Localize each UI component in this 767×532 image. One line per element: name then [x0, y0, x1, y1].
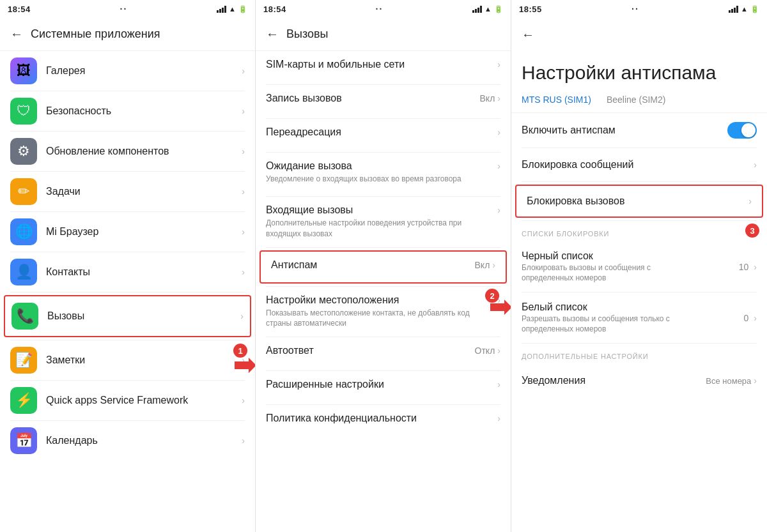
- dots-left: ··: [120, 4, 128, 14]
- blacklist-sub: Блокировать вызовы и сообщения с определ…: [522, 263, 688, 283]
- signal-icon-right: [729, 5, 738, 13]
- mid-item-sim[interactable]: SIM-карты и мобильные сети ›: [256, 51, 511, 84]
- right-item-block-calls[interactable]: Блокировка вызовов ›: [515, 185, 763, 218]
- blacklist-count: 10: [739, 262, 749, 272]
- list-item-update[interactable]: ⚙ Обновление компонентов ›: [0, 132, 255, 171]
- mid-item-redirect[interactable]: Переадресация ›: [256, 119, 511, 152]
- list-item-gallery[interactable]: 🖼 Галерея ›: [0, 51, 255, 91]
- mid-item-privacy[interactable]: Политика конфиденциальности ›: [256, 405, 511, 438]
- sim-tab-1[interactable]: MTS RUS (SIM1): [522, 95, 591, 105]
- time-left: 18:54: [8, 4, 31, 14]
- time-right: 18:55: [519, 4, 542, 14]
- right-item-whitelist[interactable]: Белый список Разрешать вызовы и сообщени…: [511, 293, 767, 343]
- chevron-calendar: ›: [242, 436, 245, 446]
- toggle-antispam-row[interactable]: Включить антиспам: [511, 113, 767, 148]
- right-item-blacklist[interactable]: Черный список Блокировать вызовы и сообщ…: [511, 241, 767, 292]
- list-item-calls[interactable]: 📞 Вызовы ›: [4, 295, 251, 337]
- step-badge-1: 1: [233, 344, 247, 358]
- sim-tab-2[interactable]: Beeline (SIM2): [607, 95, 666, 105]
- wifi-icon-right: ▲: [741, 5, 748, 13]
- block-calls-chevron: ›: [748, 196, 752, 206]
- notifications-chevron: ›: [754, 376, 757, 386]
- blacklist-label: Черный список: [522, 250, 739, 262]
- chevron-update: ›: [242, 146, 245, 156]
- mid-item-location[interactable]: Настройки местоположения › Показывать ме…: [256, 287, 511, 337]
- mid-item-incoming[interactable]: Входящие вызовы › Дополнительные настрой…: [256, 197, 511, 247]
- list-item-security[interactable]: 🛡 Безопасность ›: [0, 91, 255, 131]
- back-button-mid[interactable]: ←: [266, 27, 279, 42]
- additional-section-label: ДОПОЛНИТЕЛЬНЫЕ НАСТРОЙКИ: [511, 344, 767, 364]
- incoming-chevron: ›: [497, 205, 500, 215]
- panel-left: 18:54 ·· ▲ 🔋 ← Системные приложения 🖼 Га…: [0, 0, 256, 532]
- dots-right: ··: [631, 4, 639, 14]
- antispam-title: Антиспам: [271, 259, 317, 271]
- security-label: Безопасность: [46, 105, 242, 117]
- status-bar-mid: 18:54 ·· ▲ 🔋: [256, 0, 511, 18]
- wifi-icon-mid: ▲: [484, 5, 492, 13]
- signal-icon-left: [217, 5, 226, 13]
- quickapps-icon: ⚡: [10, 387, 37, 414]
- incoming-title: Входящие вызовы: [266, 204, 353, 216]
- mid-item-advanced[interactable]: Расширенные настройки ›: [256, 371, 511, 404]
- back-button-left[interactable]: ←: [10, 27, 23, 42]
- block-calls-label: Блокировка вызовов: [527, 195, 748, 207]
- list-item-tasks[interactable]: ✏ Задачи ›: [0, 172, 255, 211]
- record-chevron: ›: [497, 93, 500, 103]
- battery-icon-right: 🔋: [750, 5, 759, 13]
- browser-icon: 🌐: [10, 218, 37, 245]
- block-messages-chevron: ›: [754, 160, 757, 170]
- calendar-label: Календарь: [46, 435, 242, 446]
- update-icon: ⚙: [10, 138, 37, 165]
- right-item-notifications[interactable]: Уведомления Все номера ›: [511, 364, 767, 397]
- mid-item-waiting[interactable]: Ожидание вызова › Уведомление о входящих…: [256, 153, 511, 196]
- list-item-quickapps[interactable]: ⚡ Quick apps Service Framework ›: [0, 381, 255, 420]
- signal-icon-mid: [472, 5, 482, 13]
- sim-title: SIM-карты и мобильные сети: [266, 59, 405, 70]
- redirect-title: Переадресация: [266, 126, 341, 138]
- top-bar-mid: ← Вызовы: [256, 18, 511, 51]
- list-item-calendar[interactable]: 📅 Календарь ›: [0, 421, 255, 460]
- browser-label: Mi Браузер: [46, 226, 242, 238]
- back-button-right[interactable]: ←: [522, 27, 534, 42]
- list-item-notes[interactable]: 📝 Заметки ›: [0, 340, 255, 380]
- blocklist-section-label: СПИСКИ БЛОКИРОВКИ: [511, 221, 767, 241]
- list-item-contacts[interactable]: 👤 Контакты ›: [0, 252, 255, 292]
- whitelist-chevron: ›: [754, 313, 757, 323]
- toggle-antispam-control[interactable]: [727, 122, 757, 139]
- list-item-browser[interactable]: 🌐 Mi Браузер ›: [0, 212, 255, 252]
- update-label: Обновление компонентов: [46, 146, 242, 157]
- status-icons-left: ▲ 🔋: [217, 5, 247, 13]
- chevron-gallery: ›: [242, 66, 245, 76]
- privacy-title: Политика конфиденциальности: [266, 413, 417, 424]
- tasks-icon: ✏: [10, 178, 37, 205]
- status-icons-mid: ▲ 🔋: [472, 5, 503, 13]
- antispam-settings-title: Настройки антиспама: [511, 51, 767, 89]
- calls-label: Вызовы: [47, 310, 240, 322]
- chevron-browser: ›: [242, 227, 245, 237]
- mid-item-autoanswer[interactable]: Автоответ Откл ›: [256, 337, 511, 370]
- whitelist-sub: Разрешать вызовы и сообщения только с оп…: [522, 314, 688, 334]
- page-title-mid: Вызовы: [286, 27, 329, 41]
- step-badge-2: 2: [485, 289, 499, 303]
- waiting-chevron: ›: [497, 161, 500, 171]
- antispam-status: Вкл: [475, 260, 490, 270]
- advanced-title: Расширенные настройки: [266, 379, 384, 390]
- dots-mid: ··: [376, 4, 384, 14]
- mid-item-antispam[interactable]: Антиспам Вкл ›: [260, 250, 507, 284]
- whitelist-label: Белый список: [522, 301, 744, 313]
- waiting-sub: Уведомление о входящих вызовах во время …: [266, 174, 470, 185]
- mid-item-record[interactable]: Запись вызовов Вкл ›: [256, 85, 511, 118]
- battery-icon-left: 🔋: [238, 5, 247, 13]
- location-title: Настройки местоположения: [266, 294, 399, 306]
- panel-mid: 18:54 ·· ▲ 🔋 ← Вызовы SIM-карты и мобиль…: [256, 0, 511, 532]
- notes-label: Заметки: [46, 354, 242, 366]
- autoanswer-status: Откл: [475, 346, 495, 356]
- right-item-block-messages[interactable]: Блокировка сообщений ›: [511, 148, 767, 181]
- top-bar-right: ←: [511, 18, 767, 51]
- antispam-toggle[interactable]: [727, 122, 757, 139]
- notes-icon: 📝: [10, 347, 37, 374]
- autoanswer-chevron: ›: [497, 346, 500, 356]
- autoanswer-title: Автоответ: [266, 345, 314, 356]
- redirect-chevron: ›: [497, 127, 500, 137]
- page-title-left: Системные приложения: [31, 27, 160, 41]
